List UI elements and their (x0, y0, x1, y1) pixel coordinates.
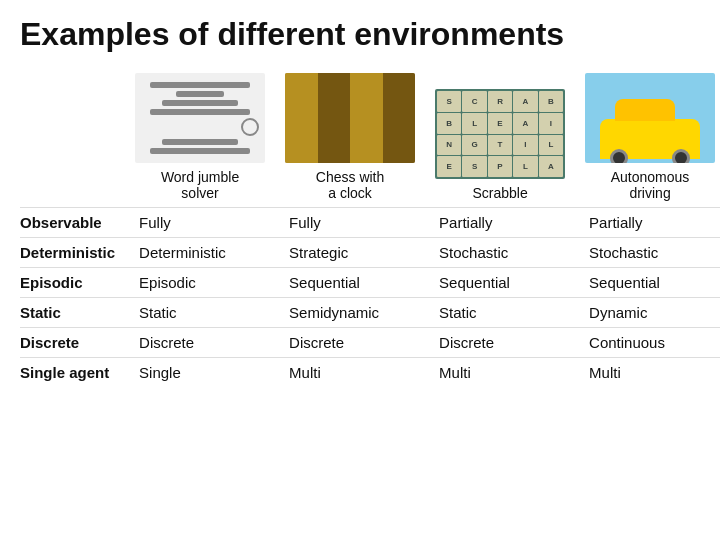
table-row: Single agent Single Multi Multi Multi (20, 358, 720, 388)
table-row: Static Static Semidynamic Static Dynamic (20, 298, 720, 328)
row-chess: Fully (275, 208, 425, 238)
row-label: Single agent (20, 358, 125, 388)
row-chess: Multi (275, 358, 425, 388)
scrabble-image: SCRAB BLEAI NGTIL ESPLA (435, 89, 565, 179)
row-car: Partially (575, 208, 720, 238)
row-scrabble: Partially (425, 208, 575, 238)
table-row: Discrete Discrete Discrete Discrete Cont… (20, 328, 720, 358)
row-label: Observable (20, 208, 125, 238)
chess-caption: Chess witha clock (285, 169, 415, 201)
page-title: Examples of different environments (20, 16, 700, 53)
row-car: Sequential (575, 268, 720, 298)
row-label: Static (20, 298, 125, 328)
word-jumble-image (135, 73, 265, 163)
row-word: Deterministic (125, 238, 275, 268)
data-table-body: Observable Fully Fully Partially Partial… (20, 208, 720, 388)
row-label: Discrete (20, 328, 125, 358)
header-car: Autonomousdriving (575, 67, 720, 208)
chess-image (285, 73, 415, 163)
main-table: Word jumblesolver Chess witha clock (20, 67, 720, 387)
row-word: Fully (125, 208, 275, 238)
row-word: Single (125, 358, 275, 388)
row-label: Deterministic (20, 238, 125, 268)
car-roof (615, 99, 675, 121)
row-car: Dynamic (575, 298, 720, 328)
row-car: Multi (575, 358, 720, 388)
car-image (585, 73, 715, 163)
page: Examples of different environments (0, 0, 720, 403)
word-jumble-caption: Word jumblesolver (135, 169, 265, 201)
row-scrabble: Multi (425, 358, 575, 388)
row-scrabble: Stochastic (425, 238, 575, 268)
table-row: Observable Fully Fully Partially Partial… (20, 208, 720, 238)
car-wheel-right (672, 149, 690, 163)
scrabble-caption: Scrabble (435, 185, 565, 201)
image-header-row: Word jumblesolver Chess witha clock (20, 67, 720, 208)
row-chess: Semidynamic (275, 298, 425, 328)
header-chess: Chess witha clock (275, 67, 425, 208)
row-chess: Sequential (275, 268, 425, 298)
row-word: Episodic (125, 268, 275, 298)
row-scrabble: Static (425, 298, 575, 328)
row-car: Stochastic (575, 238, 720, 268)
row-word: Discrete (125, 328, 275, 358)
header-empty (20, 67, 125, 208)
table-row: Deterministic Deterministic Strategic St… (20, 238, 720, 268)
header-scrabble: SCRAB BLEAI NGTIL ESPLA Scrabble (425, 67, 575, 208)
row-word: Static (125, 298, 275, 328)
row-scrabble: Discrete (425, 328, 575, 358)
header-word-jumble: Word jumblesolver (125, 67, 275, 208)
row-label: Episodic (20, 268, 125, 298)
row-scrabble: Sequential (425, 268, 575, 298)
row-chess: Discrete (275, 328, 425, 358)
car-body (600, 119, 700, 159)
row-chess: Strategic (275, 238, 425, 268)
table-row: Episodic Episodic Sequential Sequential … (20, 268, 720, 298)
car-caption: Autonomousdriving (585, 169, 715, 201)
row-car: Continuous (575, 328, 720, 358)
car-wheel-left (610, 149, 628, 163)
